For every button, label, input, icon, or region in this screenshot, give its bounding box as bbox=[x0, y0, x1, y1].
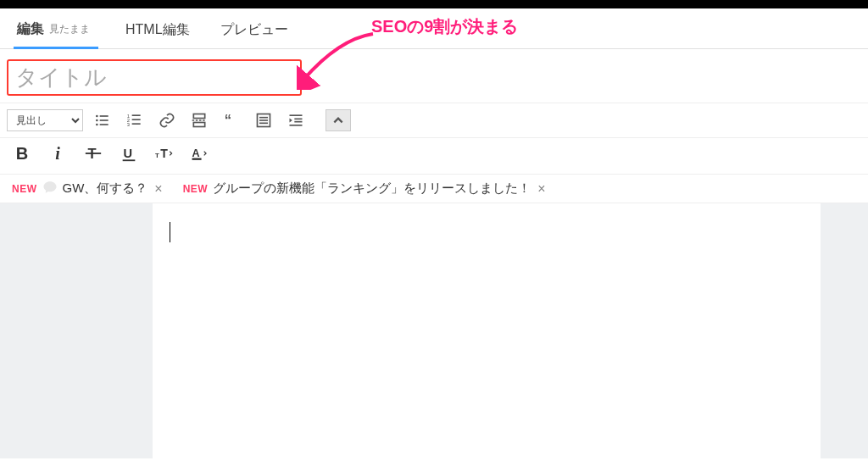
notice-2-text: グループの新機能「ランキング」をリリースしました！ bbox=[213, 180, 531, 197]
bold-button[interactable]: B bbox=[12, 142, 32, 165]
annotation-text: SEOの9割が決まる bbox=[371, 15, 518, 38]
editor-tabs: 編集 見たまま HTML編集 プレビュー SEOの9割が決まる bbox=[0, 8, 868, 49]
notice-1-text: GW、何する？ bbox=[63, 180, 148, 197]
toolbar-row-1: 見出し 123 “ bbox=[0, 103, 868, 138]
editor-right-gutter bbox=[821, 203, 868, 458]
notice-item-1[interactable]: NEW GW、何する？ × bbox=[12, 180, 163, 197]
tab-html-label: HTML編集 bbox=[125, 21, 190, 39]
svg-point-4 bbox=[96, 124, 98, 126]
svg-text:3: 3 bbox=[127, 122, 130, 127]
svg-text:“: “ bbox=[225, 112, 231, 128]
tab-preview[interactable]: プレビュー bbox=[217, 16, 297, 47]
top-blackbar bbox=[0, 0, 868, 8]
svg-text:T: T bbox=[155, 152, 159, 159]
blockquote-button[interactable]: “ bbox=[219, 108, 244, 132]
text-color-button[interactable]: A bbox=[190, 142, 210, 165]
collapse-toolbar-button[interactable] bbox=[326, 109, 351, 131]
title-row bbox=[0, 49, 868, 103]
new-badge: NEW bbox=[183, 183, 209, 195]
close-icon[interactable]: × bbox=[154, 181, 162, 197]
tab-edit-sublabel: 見たまま bbox=[49, 22, 90, 36]
font-size-button[interactable]: TT bbox=[154, 142, 175, 165]
close-icon[interactable]: × bbox=[537, 181, 545, 197]
speech-bubble-icon bbox=[42, 180, 58, 197]
toolbar-row-2: B i T U TT A bbox=[0, 138, 868, 175]
strikethrough-button[interactable]: T bbox=[83, 142, 103, 165]
notice-item-2[interactable]: NEW グループの新機能「ランキング」をリリースしました！ × bbox=[183, 180, 546, 197]
notice-bar: NEW GW、何する？ × NEW グループの新機能「ランキング」をリリースしま… bbox=[0, 175, 868, 203]
editor-left-gutter bbox=[0, 203, 153, 458]
svg-rect-9 bbox=[132, 119, 141, 120]
title-highlight-box bbox=[7, 59, 302, 96]
svg-rect-11 bbox=[132, 123, 141, 125]
table-of-contents-button[interactable] bbox=[251, 108, 276, 132]
svg-rect-1 bbox=[100, 115, 108, 117]
text-cursor bbox=[170, 222, 170, 242]
indent-button[interactable] bbox=[283, 108, 309, 132]
tab-preview-label: プレビュー bbox=[220, 21, 288, 39]
italic-button[interactable]: i bbox=[47, 142, 68, 165]
heading-select[interactable]: 見出し bbox=[7, 109, 83, 131]
title-input[interactable] bbox=[15, 64, 293, 91]
svg-text:U: U bbox=[124, 147, 133, 160]
svg-rect-3 bbox=[100, 119, 108, 121]
link-button[interactable] bbox=[154, 108, 180, 132]
svg-text:T: T bbox=[160, 147, 168, 160]
svg-rect-14 bbox=[193, 123, 204, 127]
svg-rect-12 bbox=[193, 114, 204, 119]
svg-rect-31 bbox=[192, 158, 202, 160]
ordered-list-button[interactable]: 123 bbox=[122, 108, 147, 132]
unordered-list-button[interactable] bbox=[90, 108, 115, 132]
svg-text:A: A bbox=[192, 147, 200, 159]
underline-button[interactable]: U bbox=[119, 142, 139, 165]
tab-html-edit[interactable]: HTML編集 bbox=[122, 16, 193, 47]
tab-edit-label: 編集 bbox=[17, 20, 44, 38]
svg-point-0 bbox=[96, 115, 98, 118]
tab-edit[interactable]: 編集 見たまま bbox=[14, 15, 98, 49]
editor-content[interactable] bbox=[153, 203, 821, 458]
svg-rect-7 bbox=[132, 114, 141, 116]
svg-rect-5 bbox=[100, 124, 108, 125]
new-badge: NEW bbox=[12, 183, 37, 195]
editor-area bbox=[0, 203, 868, 458]
svg-point-2 bbox=[96, 119, 98, 122]
page-break-button[interactable] bbox=[186, 108, 212, 132]
